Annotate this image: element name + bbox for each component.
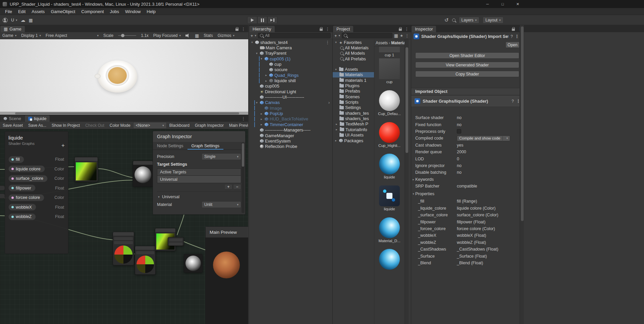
game-horizontal-scrollbar[interactable] [0, 112, 248, 115]
remove-target-button[interactable]: − [233, 184, 241, 190]
folder-item[interactable]: TextMesh P [333, 121, 374, 127]
hierarchy-item[interactable]: -------------Managers----- [249, 127, 332, 133]
copy-shader-button[interactable]: Copy Shader [415, 71, 519, 77]
search-icon[interactable] [452, 18, 455, 22]
asset-item[interactable]: cup 1 [374, 47, 405, 57]
layers-dropdown[interactable]: Layers [459, 17, 480, 23]
context-menu-icon[interactable] [515, 34, 519, 39]
mute-audio-button[interactable] [183, 32, 193, 39]
folder-item[interactable]: UI Assets [333, 132, 374, 138]
breadcrumb-root[interactable]: Assets [376, 41, 388, 45]
asset-item[interactable]: Cup_Highli... [374, 122, 405, 148]
blackboard-property[interactable]: fillpower Float [5, 183, 68, 193]
game-viewport[interactable] [0, 39, 248, 112]
foldout-icon[interactable] [255, 101, 259, 104]
graph-node[interactable] [133, 161, 153, 187]
scene-menu-icon[interactable] [325, 40, 330, 45]
foldout-icon[interactable] [260, 57, 263, 60]
menu-jobs[interactable]: Jobs [107, 9, 122, 14]
stats-button[interactable]: Stats [201, 32, 215, 39]
hierarchy-item[interactable]: TrayParent [249, 51, 332, 56]
panel-menu-icon[interactable] [325, 26, 330, 32]
panel-menu-icon[interactable] [241, 116, 246, 121]
inspector-scrollbar[interactable] [520, 25, 524, 324]
foldout-icon[interactable] [260, 123, 263, 126]
add-property-button[interactable]: + [61, 142, 65, 149]
breadcrumb-current[interactable]: Materials [391, 41, 405, 45]
asset-view-icon[interactable] [394, 33, 398, 38]
grid-icon[interactable] [29, 17, 33, 23]
favorites-icon[interactable] [400, 33, 403, 38]
tab-graph-settings[interactable]: Graph Settings [187, 142, 223, 150]
save-asset-button[interactable]: Save Asset [0, 122, 25, 129]
foldout-icon[interactable] [412, 192, 415, 196]
hierarchy-item[interactable]: Directional Light [249, 89, 332, 94]
maximize-button[interactable]: □ [495, 0, 510, 8]
hierarchy-item[interactable]: cup005 [249, 84, 332, 89]
menu-window[interactable]: Window [122, 9, 144, 14]
foldout-icon[interactable] [260, 112, 263, 115]
folder-item[interactable]: Scenes [333, 94, 374, 99]
menu-edit[interactable]: Edit [15, 9, 29, 14]
tab-liquide-shadergraph[interactable]: liquide [25, 115, 50, 122]
account-icon[interactable] [3, 18, 8, 23]
blackboard-property[interactable]: wobbleX Float [5, 203, 68, 212]
scale-slider[interactable] [116, 32, 139, 39]
add-target-button[interactable]: + [224, 184, 232, 190]
tab-project[interactable]: Project [333, 26, 353, 32]
foldout-icon[interactable] [334, 41, 338, 44]
vsync-button[interactable] [193, 32, 201, 39]
layout-dropdown[interactable]: Layout [483, 17, 503, 23]
create-asset-button[interactable]: + [334, 33, 340, 38]
saved-search-item[interactable]: All Models [333, 51, 374, 56]
tab-inspector[interactable]: Inspector [412, 26, 436, 32]
display-dropdown[interactable]: Display 1 [19, 32, 43, 39]
packages-item[interactable]: Packages [333, 138, 374, 143]
hierarchy-item[interactable]: EventSystem [249, 138, 332, 144]
foldout-icon[interactable] [412, 178, 415, 181]
asset-item[interactable]: Cup_Defau... [374, 90, 405, 116]
menu-assets[interactable]: Assets [29, 9, 48, 14]
folder-item[interactable]: shaders_tes [333, 116, 374, 121]
save-as-button[interactable]: Save As... [25, 122, 49, 129]
account-dropdown[interactable]: U [11, 18, 17, 22]
panel-menu-icon[interactable] [241, 26, 246, 32]
blackboard-property[interactable]: surface_colore Color [5, 174, 68, 183]
create-object-button[interactable]: + [251, 33, 256, 38]
menu-gameobject[interactable]: GameObject [48, 9, 78, 14]
folder-item[interactable]: materials 1 [333, 77, 374, 83]
hierarchy-search-input[interactable]: All [258, 33, 331, 38]
blackboard-property[interactable]: forcee colore Color [5, 193, 68, 203]
preprocess-only-checkbox[interactable] [457, 129, 461, 133]
hierarchy-item[interactable]: Main Camera [249, 45, 332, 50]
hierarchy-item[interactable]: socure [249, 67, 332, 72]
main-preview-viewport[interactable] [206, 237, 248, 324]
lock-icon[interactable] [399, 29, 402, 31]
hierarchy-item[interactable]: TimmerContainer [249, 122, 332, 127]
hierarchy-item[interactable]: cup [249, 61, 332, 67]
saved-search-item[interactable]: All Prefabs [333, 56, 374, 61]
node-header[interactable] [133, 161, 153, 165]
tab-node-settings[interactable]: Node Settings [153, 142, 187, 150]
blackboard-property[interactable]: fill Float [5, 155, 68, 164]
step-button[interactable] [267, 16, 277, 24]
color-mode-dropdown[interactable]: <None> [133, 122, 167, 129]
gizmos-dropdown[interactable]: Gizmos [215, 32, 237, 39]
close-button[interactable]: ✕ [510, 0, 525, 8]
graph-node[interactable] [168, 237, 184, 246]
blackboard-property[interactable]: wobbleZ Float [5, 212, 68, 222]
folder-item[interactable]: Assets [333, 66, 374, 72]
foldout-icon[interactable] [335, 122, 338, 126]
graph-inspector-toggle[interactable]: Graph Inspector [192, 122, 226, 129]
folder-item[interactable]: Scripts [333, 99, 374, 105]
main-preview-toggle[interactable]: Main Preview [226, 122, 248, 129]
hierarchy-item[interactable]: shaders_test4 [249, 40, 332, 45]
blackboard-property[interactable]: liquide colore Color [5, 164, 68, 174]
graph-node[interactable] [74, 157, 98, 182]
menu-file[interactable]: File [2, 9, 15, 14]
folder-item[interactable]: Plugins [333, 83, 374, 88]
hierarchy-item[interactable]: Image [249, 105, 332, 111]
asset-item[interactable]: cup [374, 58, 405, 84]
hierarchy-item[interactable]: cup005 (1) [249, 56, 332, 61]
folder-item-selected[interactable]: Materials [333, 72, 374, 77]
